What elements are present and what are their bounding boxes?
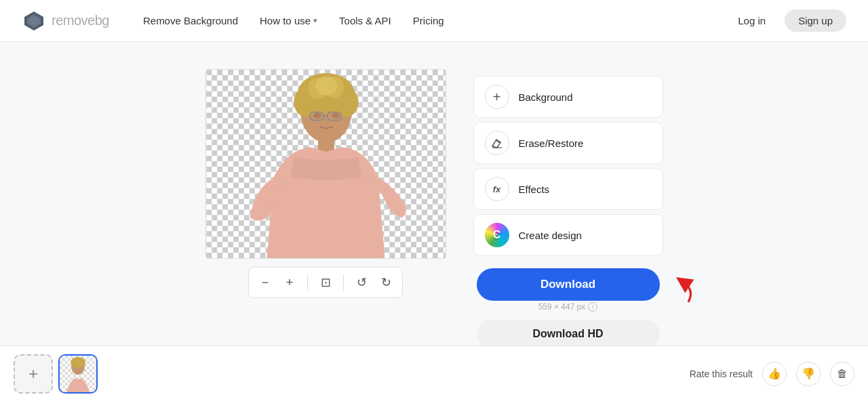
undo-button[interactable]: ↺	[351, 272, 372, 293]
login-button[interactable]: Log in	[726, 9, 778, 32]
arrow-indicator	[663, 276, 696, 306]
download-hd-button[interactable]: Download HD	[477, 320, 660, 348]
thumbs-up-icon: 👍	[768, 367, 781, 380]
nav-remove-background[interactable]: Remove Background	[134, 9, 248, 32]
result-image	[206, 70, 446, 258]
tool-effects[interactable]: fx Effects	[473, 168, 663, 210]
fit-button[interactable]: ⊡	[315, 272, 336, 293]
nav-links: Remove Background How to use ▾ Tools & A…	[134, 9, 726, 32]
bottom-bar: +	[0, 345, 868, 389]
controls-divider-1	[307, 274, 308, 291]
brand-name: removebg	[52, 13, 109, 28]
image-canvas[interactable]	[205, 69, 446, 259]
rate-section: Rate this result 👍 👎 🗑	[690, 362, 854, 386]
background-icon-wrap: +	[485, 85, 509, 109]
thumbnail-strip: +	[14, 354, 98, 389]
thumbs-down-icon: 👎	[802, 367, 815, 380]
logo-icon	[22, 9, 46, 33]
thumbnail-item[interactable]	[58, 354, 98, 389]
zoom-out-button[interactable]: −	[254, 272, 276, 293]
svg-rect-20	[318, 138, 334, 152]
nav-pricing[interactable]: Pricing	[403, 9, 454, 32]
main-content: − + ⊡ ↺ ↻ + Background	[0, 42, 868, 389]
effects-icon-wrap: fx	[485, 177, 509, 201]
erase-restore-label: Erase/Restore	[519, 138, 584, 149]
add-image-button[interactable]: +	[14, 354, 53, 389]
trash-icon: 🗑	[837, 368, 848, 380]
download-row: Download 559 × 447 px i	[477, 268, 660, 312]
erase-icon-wrap	[485, 131, 509, 155]
thumbnail-preview	[60, 356, 96, 389]
nav-actions: Log in Sign up	[726, 9, 846, 32]
create-design-label: Create design	[519, 230, 582, 241]
redo-button[interactable]: ↻	[375, 272, 397, 293]
logo[interactable]: removebg	[22, 9, 109, 33]
rate-label: Rate this result	[690, 368, 753, 379]
tool-erase-restore[interactable]: Erase/Restore	[473, 122, 663, 164]
thumbnail-image	[60, 356, 96, 389]
tools-download-panel: + Background Erase/Restore fx	[473, 69, 663, 362]
navbar: removebg Remove Background How to use ▾ …	[0, 0, 868, 42]
download-button[interactable]: Download	[477, 268, 660, 301]
image-panel: − + ⊡ ↺ ↻	[205, 69, 446, 298]
tool-create-design[interactable]: C Create design	[473, 214, 663, 256]
svg-point-16	[331, 113, 339, 119]
background-label: Background	[519, 91, 573, 103]
create-design-icon: C	[493, 229, 501, 241]
create-design-icon-wrap: C	[485, 223, 509, 247]
info-icon: i	[588, 302, 597, 312]
signup-button[interactable]: Sign up	[785, 9, 846, 32]
effects-label: Effects	[519, 184, 550, 195]
download-size: 559 × 447 px i	[538, 302, 598, 312]
svg-point-14	[315, 77, 337, 96]
nav-how-to-use[interactable]: How to use ▾	[250, 9, 327, 32]
delete-button[interactable]: 🗑	[830, 362, 854, 386]
svg-point-15	[313, 113, 321, 119]
tools-panel: + Background Erase/Restore fx	[473, 76, 663, 257]
svg-point-29	[71, 357, 85, 368]
zoom-in-button[interactable]: +	[279, 272, 300, 293]
image-controls: − + ⊡ ↺ ↻	[248, 267, 403, 298]
tool-background[interactable]: + Background	[473, 76, 663, 118]
chevron-down-icon: ▾	[313, 16, 317, 25]
thumbs-up-button[interactable]: 👍	[762, 362, 787, 386]
controls-divider-2	[343, 274, 344, 291]
plus-icon: +	[493, 89, 501, 105]
fx-icon: fx	[493, 184, 501, 194]
nav-tools-api[interactable]: Tools & API	[330, 9, 401, 32]
erase-restore-icon	[491, 137, 503, 149]
thumbs-down-button[interactable]: 👎	[796, 362, 821, 386]
